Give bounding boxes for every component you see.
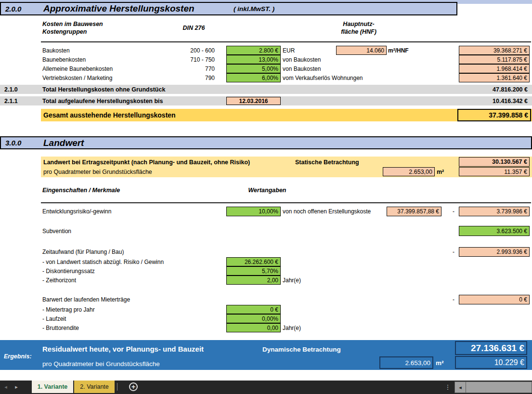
ergebnis-area-unit: m²: [436, 358, 444, 368]
row-din: 200 - 600: [164, 46, 217, 55]
risk-minus: -: [441, 207, 456, 216]
residualwert-value-cell[interactable]: 27.136.631 €: [455, 341, 527, 355]
merkmale-rule: [41, 202, 531, 203]
barwert-item-label: - Bruttorendite: [42, 323, 216, 332]
section-2-suffix: ( inkl.MwST. ): [234, 3, 274, 14]
input-cell-allg-baunebenkosten[interactable]: 5,00%: [226, 64, 281, 73]
zeit-item-suffix: Jahr(e): [283, 276, 301, 285]
risk-ref-cell[interactable]: 37.399.857,88 €: [387, 207, 441, 216]
prev-sheet-icon[interactable]: ◂: [1, 381, 11, 393]
landwert-line1: Landwert bei Ertragszeitpunkt (nach Plan…: [43, 158, 250, 167]
zeitaufwand-label: Zeitaufwand (für Planung / Bau): [42, 247, 187, 257]
residualwert-sqm-cell[interactable]: 10.229 €: [455, 356, 527, 369]
tab-variante-2[interactable]: 2. Variante: [74, 381, 115, 393]
row-note: EUR: [283, 46, 336, 55]
row-note: von Baukosten: [283, 55, 403, 64]
value-cell-baunebenkosten-total[interactable]: 5.117.875 €: [459, 55, 530, 64]
input-cell-vertriebskosten[interactable]: 6,00%: [226, 73, 281, 82]
tab-variante-1[interactable]: 1. Variante: [32, 381, 73, 393]
landwert-sqm-value-cell[interactable]: 11.357 €: [459, 167, 530, 176]
zeitaufwand-value-cell[interactable]: 2.993.936 €: [459, 247, 530, 257]
input-cell-mietertrag[interactable]: 0 €: [226, 305, 281, 314]
barwert-minus: -: [441, 295, 456, 304]
input-cell-zeithorizont[interactable]: 2,00: [226, 276, 281, 285]
more-sheets-icon[interactable]: ⋮: [444, 381, 452, 393]
add-sheet-icon[interactable]: +: [129, 382, 138, 391]
row-label: Vertriebskosten / Marketing: [42, 73, 163, 82]
total-row-2-1-1: 2.1.1 Total aufgelaufene Herstellungskos…: [0, 96, 532, 105]
input-cell-laufzeit[interactable]: 0,00%: [226, 314, 281, 323]
landwert-value-cell[interactable]: 30.130.567 €: [459, 157, 530, 167]
colhead-kosten-line1: Kosten im Bauwesen: [42, 20, 103, 28]
value-cell-vertrieb-total[interactable]: 1.361.640 €: [459, 73, 530, 82]
input-cell-bruttorendite[interactable]: 0,00: [226, 323, 281, 332]
spreadsheet: 2.0.0 Approximative Herstellungskosten (…: [0, 0, 532, 394]
tab-divider: [117, 383, 117, 391]
input-cell-risk[interactable]: 10,00%: [226, 207, 281, 216]
colhead-hnf-line1: Hauptnutz-: [330, 20, 388, 28]
ergebnis-area-cell[interactable]: 2.653,00: [379, 356, 433, 369]
total-code: 2.1.0: [4, 85, 18, 94]
row-label: Baukosten: [42, 46, 163, 55]
barwert-label: Barwert der laufenden Mieterträge: [42, 295, 187, 304]
row-note: von Baukosten: [283, 64, 403, 73]
ergebnis-line2: pro Quadratmeter bei Grundstücksfläche: [42, 359, 160, 368]
row-note: vom Verkaufserlös Wohnungen: [283, 73, 403, 82]
barwert-value-cell[interactable]: 0 €: [459, 295, 530, 304]
input-cell-baunebenkosten[interactable]: 13,00%: [226, 55, 281, 64]
total-row-2-1-0: 2.1.0 Total Herstellungskosten ohne Grun…: [0, 85, 532, 94]
hnf-unit: m²/HNF: [388, 46, 409, 55]
row-label: Allemeine Baunebenkosten: [42, 64, 163, 73]
subvention-label: Subvention: [42, 226, 163, 236]
header-rule: [41, 41, 531, 42]
wertangaben-header: Wertangaben: [231, 186, 303, 194]
zeitaufwand-minus: -: [441, 247, 456, 257]
gesamt-label: Gesamt ausstehende Herstellungskosten: [43, 109, 176, 121]
horizontal-scrollbar[interactable]: ◂: [454, 381, 532, 393]
ergebnis-label: Ergebnis:: [4, 352, 32, 361]
input-cell-date[interactable]: 12.03.2016: [226, 97, 281, 105]
colhead-din276: DIN 276: [171, 24, 217, 32]
value-cell-allg-total[interactable]: 1.968.414 €: [459, 64, 530, 73]
scrollbar-track[interactable]: [466, 382, 532, 393]
ergebnis-band: Ergebnis: Residualwert heute, vor Planun…: [0, 340, 532, 370]
colhead-hnf-line2: fläche (HNF): [330, 28, 388, 36]
input-cell-landwert-statisch[interactable]: 26.262.600 €: [226, 257, 281, 266]
row-label: Baunebenkosten: [42, 55, 163, 64]
scrollbar-left-arrow-icon[interactable]: ◂: [455, 382, 466, 393]
section-2-code: 2.0.0: [5, 3, 21, 14]
statische-betrachtung-label: Statische Betrachtung: [295, 158, 359, 167]
row-din: 790: [164, 73, 217, 82]
total-code: 2.1.1: [4, 96, 18, 105]
section-2-title: Approximative Herstellungskosten: [43, 3, 195, 14]
zeit-item-label: - von Landwert statisch abzügl. Risiko /…: [42, 257, 216, 266]
section-2-header: 2.0.0 Approximative Herstellungskosten (…: [0, 2, 457, 15]
total-value: 47.816.200 €: [459, 85, 530, 94]
risk-label: Entwicklungsrisiko/-gewinn: [42, 207, 163, 216]
input-cell-diskontierungssatz[interactable]: 5,70%: [226, 266, 281, 276]
row-din: 710 - 750: [164, 55, 217, 64]
input-cell-hnf[interactable]: 14.060: [336, 46, 387, 55]
next-sheet-icon[interactable]: ▸: [12, 381, 21, 393]
risk-note: von noch offenen Erstellungskoste: [283, 207, 386, 216]
residualwert-label: Residualwert heute, vor Planungs- und Ba…: [42, 344, 204, 354]
barwert-item-suffix: Jahr(e): [283, 323, 301, 332]
total-value: 10.416.342 €: [459, 96, 530, 105]
input-cell-baukosten[interactable]: 2.800 €: [226, 46, 281, 55]
area-cell[interactable]: 2.653,00: [383, 167, 435, 176]
total-label: Total Herstellungskosten ohne Grundstück: [42, 85, 165, 94]
zeit-item-label: - Zeithorizont: [42, 276, 216, 285]
barwert-item-label: - Mietertrag pro Jahr: [42, 305, 216, 314]
total-label: Total aufgelaufene Herstellungskosten bi…: [42, 96, 163, 105]
value-cell-baukosten-total[interactable]: 39.368.271 €: [459, 46, 530, 55]
section-3-code: 3.0.0: [5, 137, 21, 148]
area-unit: m²: [437, 167, 444, 176]
risk-value-cell[interactable]: 3.739.986 €: [459, 207, 530, 216]
dynamische-betrachtung-label: Dynamische Betrachtung: [262, 344, 341, 354]
subvention-value-cell[interactable]: 3.623.500 €: [459, 226, 530, 236]
colhead-kosten-line2: Kostengruppen: [42, 28, 87, 36]
merkmale-header: Eingenschaften / Merkmale: [42, 186, 120, 194]
sheet-tab-bar: ◂ ▸ 1. Variante 2. Variante + ⋮ ◂: [0, 381, 532, 394]
section-3-header: 3.0.0 Landwert: [0, 136, 532, 149]
gesamt-value-cell[interactable]: 37.399.858 €: [457, 109, 531, 121]
